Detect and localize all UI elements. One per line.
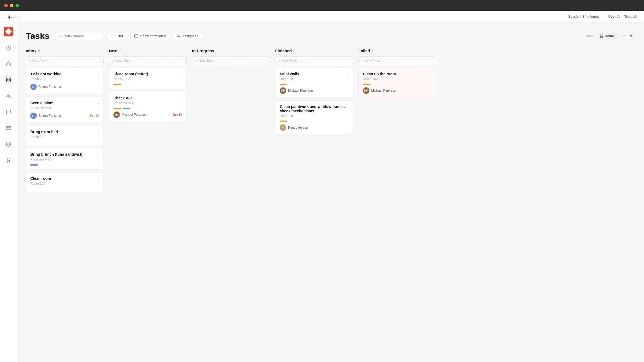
filter-button[interactable]: Filter xyxy=(106,32,127,40)
card-footer: MP Michael Peterson xyxy=(363,87,432,94)
task-card[interactable]: ⌄ Seen a mice! President Villa SF Salma … xyxy=(26,97,104,123)
search-input[interactable] xyxy=(64,34,100,38)
sidebar-item-card[interactable] xyxy=(4,123,13,133)
column-failed: Failed1+ New Task ⌄ Clean up the room Ro… xyxy=(358,48,436,349)
assignees-icon xyxy=(177,34,181,38)
assignee-name: Salma Fonseca xyxy=(39,85,61,89)
card-room: President Villa xyxy=(30,106,99,110)
filter-icon xyxy=(110,34,114,38)
column-header-next: Next2 xyxy=(109,48,187,53)
svg-rect-17 xyxy=(602,35,603,36)
top-bar-info: Session: 34 minutes User: Ann Tsibulski xyxy=(568,14,638,18)
show-completed-checkbox[interactable] xyxy=(134,34,138,38)
task-card[interactable]: ⌄ TV is not working Room 103 SF Salma Fo… xyxy=(26,68,104,94)
chevron-down-icon: ⌄ xyxy=(180,96,183,100)
chevron-down-icon: ⌄ xyxy=(346,105,349,108)
column-next: Next2+ New Task ⌄ Clean room (better) Ro… xyxy=(109,48,187,349)
avatar: MP xyxy=(363,87,369,94)
tag-strip xyxy=(30,164,99,166)
maximize-button[interactable] xyxy=(16,4,19,7)
column-title-failed: Failed xyxy=(358,48,370,53)
priority-tag xyxy=(113,84,121,85)
card-room: Room 103 xyxy=(280,77,348,81)
column-count-inbox: 5 xyxy=(38,49,40,53)
new-task-button-inprogress[interactable]: + New Task xyxy=(192,56,270,65)
task-card[interactable]: ⌄ Paint walls Room 103 MP Michael Peters… xyxy=(275,68,353,98)
assignee-name: Michael Peterson xyxy=(288,89,313,92)
svg-rect-1 xyxy=(6,78,8,80)
column-header-finished: Finished2 xyxy=(275,48,353,53)
chevron-down-icon: ⌄ xyxy=(97,101,100,105)
card-room: Room 105 xyxy=(30,182,99,185)
column-header-inprogress: In Progress xyxy=(192,48,270,53)
card-title: Check A/C xyxy=(113,96,182,100)
task-card[interactable]: ⌄ Bring brunch (tuna sandwich) President… xyxy=(26,148,104,170)
column-title-next: Next xyxy=(109,48,118,53)
column-count-failed: 1 xyxy=(371,49,373,53)
content: Tasks Filter Show completed xyxy=(17,23,644,362)
card-title: Clean paintwork and window frames. check… xyxy=(280,105,348,113)
sidebar-item-clock[interactable] xyxy=(4,43,13,53)
card-title: Clean room (better) xyxy=(113,72,182,76)
sidebar-item-chat[interactable] xyxy=(4,107,13,117)
close-button[interactable] xyxy=(4,4,8,7)
board: Inbox5+ New Task ⌄ TV is not working Roo… xyxy=(26,48,635,353)
chevron-down-icon: ⌄ xyxy=(97,176,100,180)
chevron-down-icon: ⌄ xyxy=(429,72,432,76)
column-title-finished: Finished xyxy=(275,48,292,53)
assignee-name: Michael Peterson xyxy=(122,113,147,117)
column-title-inprogress: In Progress xyxy=(192,48,214,53)
tag-strip xyxy=(113,84,182,85)
logo-diamond xyxy=(5,28,12,35)
updates-link[interactable]: Updates xyxy=(6,14,20,19)
search-box[interactable] xyxy=(55,32,103,40)
list-view-button[interactable]: List xyxy=(619,32,635,40)
sidebar-item-home[interactable] xyxy=(4,59,13,69)
svg-rect-2 xyxy=(9,78,10,80)
chevron-down-icon: ⌄ xyxy=(97,72,100,76)
tag-strip xyxy=(363,84,432,85)
svg-point-10 xyxy=(59,35,61,37)
card-room: Room 103 xyxy=(30,77,99,81)
task-card[interactable]: ⌄ Clean room (better) Room 103 xyxy=(109,68,187,89)
card-title: Bring brunch (tuna sandwich) xyxy=(30,152,99,156)
card-footer: MP Michael Peterson xyxy=(280,87,348,94)
view-toggle: View: Board List xyxy=(586,32,636,40)
new-task-button-inbox[interactable]: + New Task xyxy=(26,56,104,65)
card-room: Room 103 xyxy=(363,77,432,81)
column-finished: Finished2+ New Task ⌄ Paint walls Room 1… xyxy=(275,48,353,349)
svg-rect-19 xyxy=(602,36,603,38)
card-footer: SF Salma Fonseca xyxy=(30,84,99,90)
app: Updates Session: 34 minutes User: Ann Ts… xyxy=(0,11,644,362)
priority-tag xyxy=(280,121,287,122)
new-task-button-next[interactable]: + New Task xyxy=(109,56,187,65)
task-card[interactable]: ⌄ Bring extra bed Room 202 xyxy=(26,126,104,145)
assignee-name: Michael Peterson xyxy=(371,89,396,92)
avatar: KI xyxy=(280,124,286,131)
svg-point-5 xyxy=(7,94,9,96)
sidebar-item-users[interactable] xyxy=(4,91,13,101)
minimize-button[interactable] xyxy=(10,4,13,7)
show-completed-toggle[interactable]: Show completed xyxy=(130,32,170,40)
logo[interactable] xyxy=(4,27,13,36)
sidebar-item-badge[interactable] xyxy=(4,155,13,165)
task-card[interactable]: ⌄ Check A/C President Villa MP Michael P… xyxy=(109,92,187,122)
task-card[interactable]: ⌄ Clean paintwork and window frames. che… xyxy=(275,100,353,135)
column-header-failed: Failed1 xyxy=(358,48,436,53)
card-room: President Villa xyxy=(113,101,182,105)
sidebar-item-storage[interactable] xyxy=(4,139,13,149)
card-title: Paint walls xyxy=(280,72,348,76)
board-view-button[interactable]: Board xyxy=(597,32,617,40)
svg-line-11 xyxy=(60,37,61,37)
assignees-button[interactable]: Assignees xyxy=(173,32,202,40)
new-task-button-finished[interactable]: + New Task xyxy=(275,56,353,65)
assignee: MP Michael Peterson xyxy=(363,87,396,94)
tag-strip xyxy=(280,121,348,122)
sidebar-item-board[interactable] xyxy=(4,75,13,85)
task-card[interactable]: ⌄ Clean up the room Room 103 MP Michael … xyxy=(358,68,436,98)
chevron-down-icon: ⌄ xyxy=(180,72,183,76)
new-task-button-failed[interactable]: + New Task xyxy=(358,56,436,65)
task-card[interactable]: ⌄ Clean room Room 105 xyxy=(26,172,104,192)
assignee: KI Kondo Ieyasu xyxy=(280,124,308,131)
traffic-lights xyxy=(4,4,19,7)
